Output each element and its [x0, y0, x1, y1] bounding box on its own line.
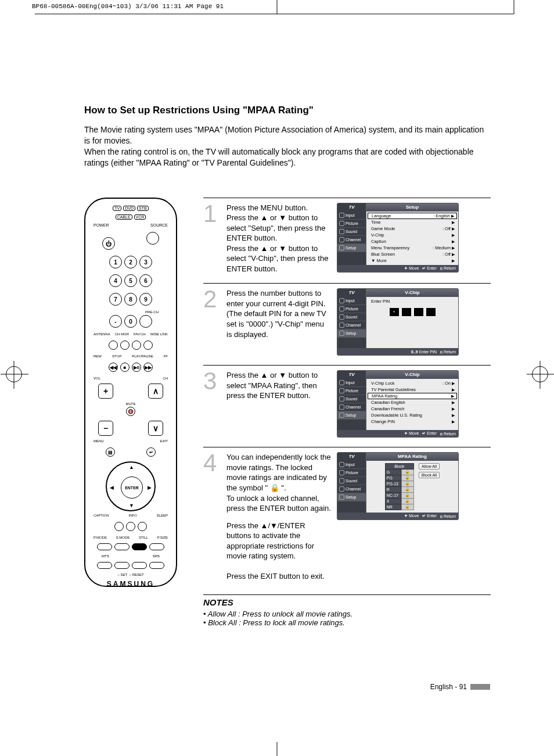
mute-button: 🔇	[126, 407, 135, 416]
brand-logo: SAMSUNG	[90, 580, 171, 588]
osd-pin: TVV-Chip InputPictureSoundChannelSetup E…	[337, 288, 459, 356]
step-number: 2	[203, 288, 221, 356]
digit-1: 1	[109, 256, 122, 268]
osd-side-input: Input	[337, 379, 366, 387]
osd-row: Canadian French ▶	[366, 406, 458, 412]
menu-label: MENU	[93, 439, 104, 443]
stop-button: ■	[120, 363, 129, 372]
power-label: POWER	[93, 223, 109, 227]
wiselink-button	[143, 341, 153, 350]
pmode-label: P.MODE	[93, 536, 107, 539]
power-button: ⏻	[102, 237, 115, 250]
footer-text: English - 91	[430, 683, 467, 691]
osd-foot-move: ✦ Move	[404, 266, 419, 271]
step-osd: TVV-Chip InputPictureSoundChannelSetupV-…	[337, 370, 491, 438]
smode-label: S.MODE	[116, 536, 130, 539]
notes-section: NOTES Allow All : Press to unlock all mo…	[203, 594, 491, 627]
step-2: 2 Press the number buttons to enter your…	[203, 283, 491, 365]
favch-button	[132, 341, 141, 350]
osd-foot-move: ✦ Move	[404, 431, 419, 436]
digit-5: 5	[124, 274, 137, 287]
ch-label: CH	[163, 377, 168, 380]
osd-side-setup: Setup	[337, 244, 366, 252]
pin-digit	[402, 308, 411, 316]
psize-button	[149, 543, 164, 550]
pin-digit	[414, 308, 423, 316]
osd-setup: TVSetup InputPictureSoundChannelSetupLan…	[337, 203, 459, 273]
step-3: 3 Press the ▲ or ▼ button to select "MPA…	[203, 365, 491, 447]
info-label: INFO	[128, 514, 136, 517]
osd-row: Blue Screen: Off ▶	[366, 251, 458, 257]
mts-label: MTS	[102, 554, 109, 558]
step-text: Press the number buttons to enter your c…	[226, 288, 331, 356]
chmgr-label: CH MGR	[115, 332, 129, 336]
left-arrow-icon: ◀	[110, 485, 114, 490]
remote-illustration: TV DVD STB CABLE VCR POWERSOURCE ⏻ 123 4…	[84, 198, 177, 587]
digit-6: 6	[139, 274, 152, 287]
reset-label: RESET	[132, 573, 144, 576]
digit-8: 8	[124, 293, 137, 306]
prech-button	[139, 315, 152, 328]
enter-button: ENTER	[121, 476, 143, 499]
extra-button-1	[132, 562, 147, 569]
step-number: 1	[203, 203, 221, 274]
osd-foot-move: ✦ Move	[404, 514, 419, 518]
caption-button	[114, 522, 124, 531]
crop-top	[0, 0, 554, 23]
remote-src-stb: STB	[137, 206, 149, 211]
osd-row: Canadian English ▶	[366, 399, 458, 406]
osd-foot-return: ⎌ Return	[440, 432, 456, 436]
osd-side-sound: Sound	[337, 313, 366, 321]
favch-label: FAV.CH	[134, 332, 146, 336]
osd-side-sound: Sound	[337, 228, 366, 236]
osd-row: Game Mode: Off ▶	[366, 225, 458, 232]
step-text: Press the MENU button.Press the ▲ or ▼ b…	[226, 203, 331, 274]
wiselink-label: WISE LINK	[150, 332, 168, 336]
antenna-button	[109, 341, 118, 350]
info-button	[126, 522, 135, 531]
psize-label: P.SIZE	[157, 536, 168, 539]
osd-side-channel: Channel	[337, 321, 366, 329]
osd-side-input: Input	[337, 212, 366, 220]
stop-label: STOP	[112, 354, 121, 358]
osd-row: Menu Transparency: Medium ▶	[366, 245, 458, 251]
osd-row: Downloadable U.S. Rating ▶	[366, 412, 458, 418]
play-button: ▶II	[132, 363, 141, 372]
osd-side-channel: Channel	[337, 485, 366, 493]
osd-row: ▼ More ▶	[366, 257, 458, 264]
step-osd: TVMPAA Rating InputPictureSoundChannelSe…	[337, 452, 491, 582]
step-text: You can independently lock the movie rat…	[226, 452, 331, 582]
osd-side-setup: Setup	[337, 411, 366, 420]
exit-label: EXIT	[160, 439, 168, 443]
digit-dash: -	[109, 315, 122, 328]
page-title: How to Set up Restrictions Using "MPAA R…	[84, 105, 491, 116]
set-label: SET	[121, 573, 128, 576]
mpaa-block all-button: Block All	[419, 472, 440, 478]
osd-row: V-Chip Lock: On ▶	[366, 380, 458, 386]
osd-side-picture: Picture	[337, 220, 366, 228]
page-content: How to Set up Restrictions Using "MPAA R…	[84, 105, 491, 627]
srs-label: SRS	[153, 554, 160, 558]
osd-foot-return: ⎌ Return	[440, 266, 456, 270]
osd-side-sound: Sound	[337, 395, 366, 403]
crop-bottom	[0, 739, 554, 756]
smode-button	[114, 543, 129, 550]
down-arrow-icon: ▼	[129, 503, 134, 508]
osd-side-picture: Picture	[337, 387, 366, 395]
step-4: 4 You can independently lock the movie r…	[203, 447, 491, 591]
right-arrow-icon: ▶	[148, 485, 152, 490]
osd-foot-return: ⎌ Return	[440, 350, 456, 354]
mpaa-allow all-button: Allow All	[419, 463, 440, 470]
exit-button: ↵	[146, 447, 156, 457]
osd-row: Time ▶	[366, 219, 458, 225]
notes-title: NOTES	[203, 594, 491, 607]
caption-label: CAPTION	[93, 514, 109, 517]
note-item: Allow All : Press to unlock all movie ra…	[203, 610, 491, 618]
steps-column: 1 Press the MENU button.Press the ▲ or ▼…	[203, 198, 491, 627]
srs-button	[114, 562, 129, 569]
osd-row: Language: English ▶	[368, 213, 457, 219]
remote-src-vcr: VCR	[134, 214, 146, 220]
pin-digit	[426, 308, 436, 316]
osd-vchip: TVV-Chip InputPictureSoundChannelSetupV-…	[337, 370, 459, 438]
osd-side-setup: Setup	[337, 493, 366, 501]
